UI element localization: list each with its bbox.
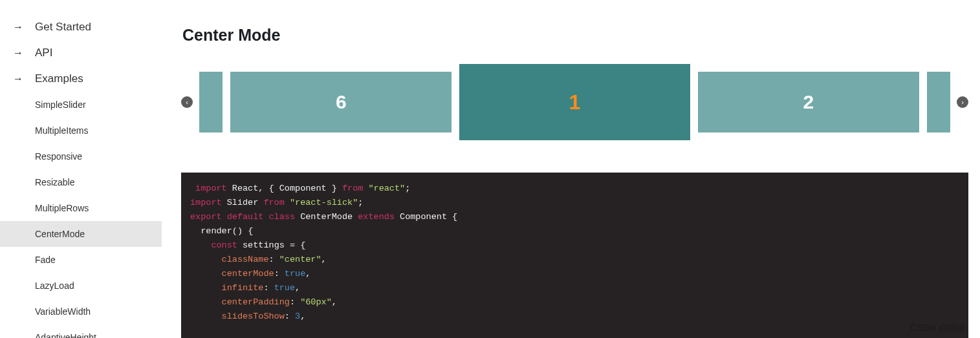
sidebar-item-label: VariableWidth <box>35 306 91 317</box>
code-token <box>190 240 211 250</box>
code-token <box>190 269 222 279</box>
code-line: const settings = { <box>190 238 959 253</box>
sidebar-sub-list: SimpleSliderMultipleItemsResponsiveResiz… <box>0 92 162 338</box>
code-line: import Slider from "react-slick"; <box>190 196 959 210</box>
slide-label: 2 <box>803 91 814 113</box>
code-token: ; <box>405 184 410 193</box>
code-line: centerMode: true, <box>190 267 959 281</box>
sidebar-item-multiplerows[interactable]: MultipleRows <box>0 195 162 221</box>
arrow-icon: → <box>13 47 23 59</box>
code-token: { <box>248 226 253 236</box>
code-line: centerPadding: "60px", <box>190 295 959 310</box>
code-token: const <box>211 240 237 250</box>
code-token: from <box>342 184 363 193</box>
code-token <box>190 283 222 293</box>
code-token: , <box>321 255 327 264</box>
chevron-left-icon: ‹ <box>186 98 188 106</box>
sidebar-item-lazyload[interactable]: LazyLoad <box>0 273 162 299</box>
slide-label: 1 <box>569 90 581 114</box>
code-token: infinite <box>222 283 264 293</box>
code-line: render() { <box>190 224 959 238</box>
sidebar-item-label: CenterMode <box>35 229 85 239</box>
nav-label: Examples <box>35 72 83 85</box>
sidebar-item-responsive[interactable]: Responsive <box>0 143 162 169</box>
carousel-slide-right[interactable]: 2 <box>698 72 919 132</box>
code-token: "react" <box>368 184 405 193</box>
carousel-slide-left[interactable]: 6 <box>230 72 452 132</box>
sidebar-item-label: AdaptiveHeight <box>35 332 96 338</box>
nav-label: Get Started <box>35 21 91 34</box>
sidebar-item-label: MultipleRows <box>35 203 89 213</box>
code-line: className: "center", <box>190 253 959 267</box>
code-token: ; <box>358 198 363 207</box>
code-token: , <box>305 269 310 279</box>
code-token <box>190 297 222 307</box>
code-token: extends <box>358 212 395 222</box>
code-token: Slider <box>222 198 264 207</box>
sidebar-item-fade[interactable]: Fade <box>0 247 162 273</box>
code-token: { <box>300 240 305 250</box>
carousel: ‹ 6 1 2 › <box>181 64 968 140</box>
sidebar: → Get Started → API → Examples SimpleSli… <box>0 0 162 338</box>
sidebar-item-centermode[interactable]: CenterMode <box>0 221 162 247</box>
code-line: export default class CenterMode extends … <box>190 210 959 224</box>
code-token: import <box>190 184 227 193</box>
sidebar-item-label: Fade <box>35 255 56 265</box>
code-block: import React, { Component } from "react"… <box>181 173 968 338</box>
code-token: render() <box>190 226 248 236</box>
nav-top-examples[interactable]: → Examples <box>0 66 162 92</box>
code-token <box>285 198 290 207</box>
code-token: centerPadding <box>222 297 290 307</box>
code-token: "center" <box>279 255 321 264</box>
sidebar-item-simpleslider[interactable]: SimpleSlider <box>0 92 162 118</box>
code-token: slidesToShow <box>222 312 285 321</box>
code-token: Component <box>395 212 452 222</box>
code-token: : <box>274 269 285 279</box>
main-content: Center Mode ‹ 6 1 2 › import React, { Co… <box>162 0 980 338</box>
arrow-icon: → <box>13 21 23 33</box>
sidebar-item-label: MultipleItems <box>35 125 88 136</box>
sidebar-item-label: SimpleSlider <box>35 100 86 110</box>
page-title: Center Mode <box>182 26 968 45</box>
code-token: , <box>332 297 337 307</box>
nav-top-api[interactable]: → API <box>0 40 162 66</box>
code-token: from <box>263 198 284 207</box>
carousel-slide-center[interactable]: 1 <box>459 64 690 140</box>
code-token: export default class <box>190 212 295 222</box>
sidebar-item-label: LazyLoad <box>35 280 74 291</box>
code-token: true <box>274 283 295 293</box>
carousel-slide-peek-right[interactable] <box>927 72 950 132</box>
code-line: infinite: true, <box>190 281 959 295</box>
code-token: : <box>269 255 279 264</box>
chevron-right-icon: › <box>961 98 964 106</box>
sidebar-item-variablewidth[interactable]: VariableWidth <box>0 299 162 324</box>
sidebar-item-adaptiveheight[interactable]: AdaptiveHeight <box>0 324 162 338</box>
carousel-prev-button[interactable]: ‹ <box>181 96 193 108</box>
arrow-icon: → <box>13 73 23 85</box>
code-token: : <box>290 297 300 307</box>
sidebar-item-label: Resizable <box>35 177 74 187</box>
code-token <box>190 255 222 264</box>
code-token: import <box>190 198 222 207</box>
code-token: CenterMode <box>295 212 358 222</box>
code-token: settings = <box>237 240 300 250</box>
nav-top-get-started[interactable]: → Get Started <box>0 14 162 40</box>
sidebar-item-resizable[interactable]: Resizable <box>0 169 162 195</box>
code-token: : <box>263 283 274 293</box>
carousel-next-button[interactable]: › <box>957 96 968 108</box>
carousel-track: 6 1 2 <box>195 64 954 140</box>
code-token: : <box>285 312 295 321</box>
code-token: , <box>300 312 305 321</box>
carousel-slide-peek-left[interactable] <box>199 72 223 132</box>
sidebar-item-label: Responsive <box>35 151 82 162</box>
code-token: "60px" <box>300 297 332 307</box>
code-token: className <box>222 255 269 264</box>
code-token: React, { Component } <box>227 184 342 193</box>
code-token: true <box>285 269 305 279</box>
code-token <box>190 312 222 321</box>
code-token: { <box>452 212 457 222</box>
sidebar-item-multipleitems[interactable]: MultipleItems <box>0 118 162 143</box>
code-line: import React, { Component } from "react"… <box>190 182 959 196</box>
code-token: , <box>295 283 300 293</box>
code-token: 3 <box>295 312 300 321</box>
